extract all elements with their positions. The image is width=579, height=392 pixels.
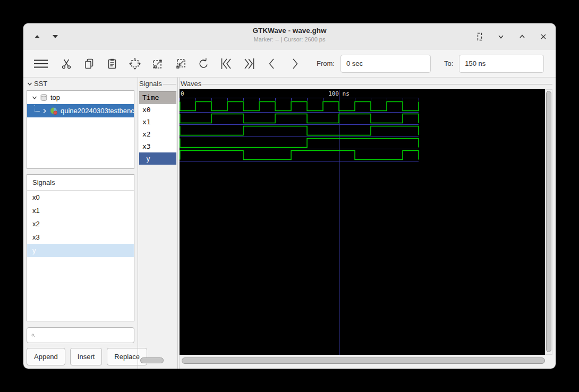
expander-chevron-icon[interactable] <box>27 81 33 87</box>
cut-button[interactable] <box>58 54 75 73</box>
go-to-start-button[interactable] <box>218 54 235 73</box>
zoom-in-arrow-icon <box>174 57 188 71</box>
tree-item-top[interactable]: top <box>27 91 134 104</box>
fullscreen-icon <box>475 32 484 41</box>
signal-name-column: x0x1x2x3y <box>139 104 176 165</box>
to-label: To: <box>444 59 453 67</box>
signal-search-box <box>27 327 134 343</box>
module-icon <box>49 107 58 115</box>
signal-name-cell[interactable]: x1 <box>139 116 176 128</box>
zoom-fit-button[interactable] <box>126 54 143 73</box>
zoom-fit-icon <box>128 57 142 71</box>
signal-list-item[interactable]: y <box>27 244 134 257</box>
insert-button[interactable]: Insert <box>70 348 103 365</box>
signal-list-item[interactable]: x2 <box>27 217 134 231</box>
chevron-down-icon[interactable] <box>31 95 38 101</box>
chevron-up-icon <box>518 32 526 41</box>
time-column-header[interactable]: Time <box>139 91 176 104</box>
waves-frame-label: Waves <box>181 80 552 88</box>
signals-list: x0x1x2x3y <box>27 191 134 257</box>
from-label: From: <box>317 59 335 67</box>
signal-name-cell[interactable]: x0 <box>139 104 176 116</box>
tree-item-label: quine20240303testbench <box>61 107 134 115</box>
signal-name-cell[interactable]: x3 <box>139 140 176 152</box>
signal-list-item[interactable]: x1 <box>27 204 134 217</box>
go-to-end-button[interactable] <box>241 54 258 73</box>
previous-edge-button[interactable] <box>263 54 280 73</box>
fullscreen-button[interactable] <box>473 30 487 44</box>
toolbar: From: To: <box>23 50 556 78</box>
append-button[interactable]: Append <box>27 348 65 365</box>
signal-column-hscrollbar[interactable] <box>140 357 164 363</box>
paste-clipboard-icon <box>106 57 118 70</box>
wave-vscrollbar-thumb[interactable] <box>546 91 551 352</box>
copy-icon <box>83 57 96 70</box>
chevron-down-icon <box>497 32 505 41</box>
wave-hscrollbar-track[interactable] <box>181 357 547 364</box>
from-time-input[interactable] <box>340 55 431 73</box>
hamburger-menu-icon <box>33 57 49 70</box>
chevron-right-icon <box>287 56 302 71</box>
minimize-button[interactable] <box>494 30 508 44</box>
zoom-out-arrow-icon <box>151 57 165 71</box>
reload-button[interactable] <box>554 54 556 73</box>
scissors-icon <box>60 57 73 70</box>
panel-separator[interactable] <box>138 78 138 369</box>
sst-frame-label: SST <box>27 80 135 88</box>
signal-list-item[interactable]: x3 <box>27 231 134 244</box>
next-edge-button[interactable] <box>286 54 303 73</box>
wave-splitter[interactable] <box>177 78 178 369</box>
undo-arrow-icon <box>197 57 210 71</box>
tree-item-label: top <box>50 93 60 101</box>
scope-cylinder-icon <box>40 93 48 101</box>
close-icon <box>539 32 548 41</box>
tree-item-testbench[interactable]: quine20240303testbench <box>27 104 134 117</box>
signals-list-panel: Signals x0x1x2x3y <box>27 174 134 321</box>
zoom-out-full-button[interactable] <box>149 54 166 73</box>
signal-name-cell[interactable]: x2 <box>139 128 176 140</box>
wave-hscrollbar-thumb[interactable] <box>182 357 545 364</box>
maximize-button[interactable] <box>515 30 529 44</box>
signal-list-item[interactable]: x0 <box>27 191 134 204</box>
screen: { "window": { "title": "GTKWave - wave.g… <box>0 0 579 392</box>
signals-column-frame-label: Signals <box>139 80 176 88</box>
paste-button[interactable] <box>104 54 121 73</box>
skip-to-end-icon <box>242 56 257 71</box>
chevron-left-icon <box>265 56 279 71</box>
gtkwave-window: GTKWave - wave.ghw Marker: -- | Cursor: … <box>23 23 556 369</box>
copy-button[interactable] <box>81 54 98 73</box>
svg-text:0: 0 <box>181 90 184 97</box>
skip-to-start-icon <box>219 56 234 71</box>
zoom-in-button[interactable] <box>172 54 189 73</box>
titlebar: GTKWave - wave.ghw Marker: -- | Cursor: … <box>23 23 556 50</box>
signals-list-header: Signals <box>27 175 134 191</box>
tree-guide-line <box>35 105 40 112</box>
menu-button[interactable] <box>30 54 52 73</box>
to-time-input[interactable] <box>459 55 544 73</box>
sst-tree-panel: top quine20240303testbench <box>27 90 134 169</box>
search-input[interactable] <box>38 327 134 343</box>
waveform-canvas[interactable]: 0100 ns <box>180 89 545 355</box>
close-button[interactable] <box>537 30 550 44</box>
signal-name-cell[interactable]: y <box>139 152 176 165</box>
undo-button[interactable] <box>195 54 212 73</box>
search-icon <box>31 331 35 339</box>
chevron-right-icon[interactable] <box>41 108 48 114</box>
wave-vscrollbar-track[interactable] <box>545 89 552 355</box>
